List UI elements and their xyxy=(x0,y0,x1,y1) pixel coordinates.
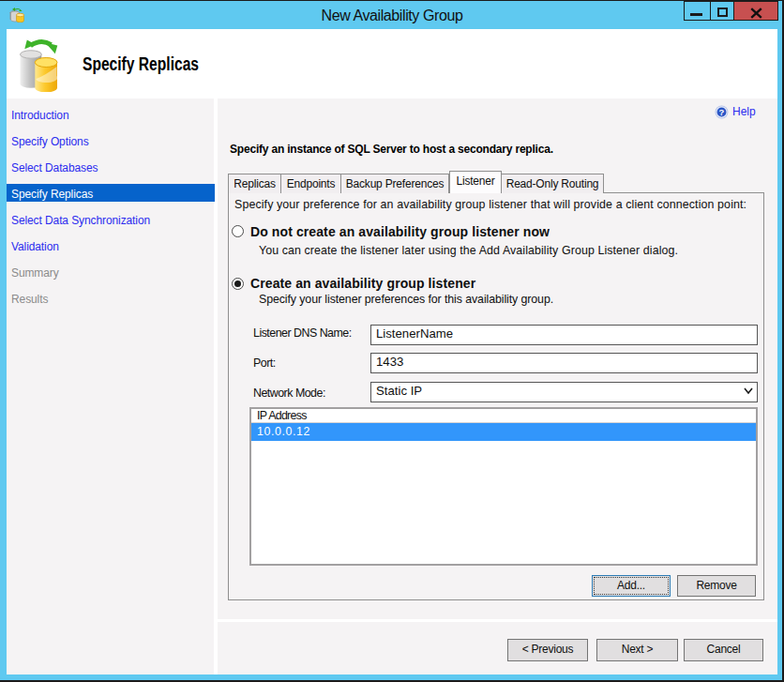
svg-text:?: ? xyxy=(719,107,725,117)
